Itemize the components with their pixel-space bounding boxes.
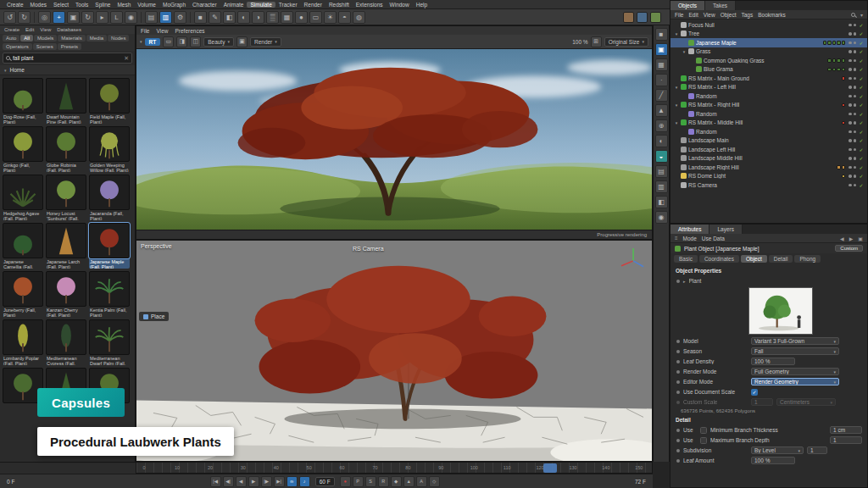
autokey-icon[interactable]: A [416,476,427,487]
editor-visibility-dot[interactable] [849,95,852,98]
asset-item[interactable]: Dog-Rose (Fall, Plant) [3,78,43,124]
editor-visibility-dot[interactable] [849,24,852,27]
tag-chip[interactable] [837,68,841,72]
enable-check-icon[interactable]: ✓ [858,164,865,170]
enable-check-icon[interactable]: ✓ [858,48,865,54]
play-sound-icon[interactable]: ♪ [299,476,310,487]
anim-dot[interactable] [676,380,680,384]
lock-icon[interactable]: ▣ [236,36,248,47]
go-to-previous-key-icon[interactable]: ◀| [223,476,234,487]
leaf-density-field[interactable]: 100 % [751,358,795,365]
anim-dot[interactable] [676,459,680,463]
filter-icon[interactable]: ▾ [860,12,863,18]
render-visibility-dot[interactable] [854,42,857,45]
enable-check-icon[interactable]: ✓ [858,129,865,135]
enable-check-icon[interactable]: ✓ [858,58,865,64]
render-visibility-dot[interactable] [854,121,857,125]
tag-chip[interactable] [842,121,846,125]
editor-visibility-dot[interactable] [849,59,852,63]
menu-tools[interactable]: Tools [72,2,92,8]
render-menu-view[interactable]: View [156,28,168,34]
attr-tab-object[interactable]: Object [741,255,767,263]
asset-tab-auto[interactable]: Auto [3,35,19,42]
attr-tab-coordinates[interactable]: Coordinates [699,255,739,263]
menu-modes[interactable]: Modes [27,2,51,8]
asset-item[interactable]: Japanese Larch (Fall, Plant) [46,223,86,269]
viewport-filter-icon[interactable]: ◐ [655,135,668,147]
object-row[interactable]: ▾ Grass ✓ [670,47,867,57]
use-document-scale-checkbox[interactable]: ✓ [751,389,758,396]
asset-item[interactable]: Japanese Camellia (Fall, Plant) [3,223,43,269]
render-visibility-dot[interactable] [854,77,857,80]
menu-simulate[interactable]: Simulate [247,2,275,8]
enable-check-icon[interactable]: ✓ [858,111,865,117]
asset-menu-edit[interactable]: Edit [25,27,34,32]
render-mode-dropdown[interactable]: Full Geometry▾ [751,368,839,375]
object-row[interactable]: RS Matrix - Main Ground ✓ [670,74,867,83]
render-visibility-dot[interactable] [854,95,857,98]
dynamics-icon[interactable]: ● [295,11,308,24]
undo-icon[interactable]: ↺ [3,11,16,24]
simulation-icon[interactable]: ▦ [281,11,293,24]
attr-tab-basic[interactable]: Basic [674,255,698,263]
asset-item[interactable]: Mediterranean Dwarf Palm (Fall, Plant) [89,319,130,365]
menu-help[interactable]: Help [413,2,431,8]
render-visibility-dot[interactable] [854,157,857,160]
editor-visibility-dot[interactable] [849,139,852,142]
timeline-ruler[interactable]: 0102030405060708090100110120130140150 [136,462,653,474]
light-icon[interactable]: ☀ [324,11,337,24]
object-row[interactable]: Japanese Maple ✓ [670,38,867,47]
menu-tracker[interactable]: Tracker [275,2,301,8]
size-dropdown[interactable]: Original Size▾ [604,37,648,47]
rotate-tool-icon[interactable]: ↻ [81,11,94,24]
layout-startup-icon[interactable] [623,12,634,23]
camera-label[interactable]: RS Camera [353,246,384,252]
expander-icon[interactable]: ▾ [674,85,679,90]
min-branch-field[interactable]: 1 cm [830,426,862,434]
asset-item[interactable]: Kanzan Cherry (Fall, Plant) [46,271,86,317]
tag-chip[interactable] [842,41,846,45]
object-row[interactable]: Landscape Middle Hill ✓ [670,154,867,164]
play-forwards-icon[interactable]: ▶ [248,476,259,487]
object-row[interactable]: ▾ RS Matrix - Middle Hill ✓ [670,119,867,128]
expander-icon[interactable]: ▾ [674,103,679,108]
subdivision-dropdown[interactable]: By Level▾ [751,446,804,454]
asset-item[interactable]: Hedgehog Agave (Fall, Plant) [3,175,43,220]
editor-visibility-dot[interactable] [849,184,852,187]
objects-menu-tags[interactable]: Tags [741,12,753,18]
subdivision-surface-icon[interactable]: ◧ [223,11,236,24]
editor-visibility-dot[interactable] [849,50,852,53]
editor-visibility-dot[interactable] [849,157,852,160]
enable-check-icon[interactable]: ✓ [858,155,865,161]
editor-visibility-dot[interactable] [849,166,852,169]
record-parameter-icon[interactable]: ◆ [391,476,402,487]
dropdown-arrow-icon[interactable]: ▾ [140,39,142,44]
editor-visibility-dot[interactable] [849,130,852,134]
history-back-icon[interactable]: ◀ [840,236,844,241]
menu-mesh[interactable]: Mesh [114,2,134,8]
tag-chip[interactable] [837,41,841,45]
anim-dot[interactable] [676,360,680,363]
object-row[interactable]: RS Dome Light ✓ [670,172,867,181]
anim-dot[interactable] [676,391,680,394]
loop-mode-icon[interactable]: ∞ [287,476,298,487]
object-row[interactable]: Random ✓ [670,109,867,119]
mograph-icon[interactable]: ◐ [237,11,250,24]
objects-menu-bookmarks[interactable]: Bookmarks [758,12,786,18]
live-selection-icon[interactable]: ◎ [38,11,51,24]
anim-dot[interactable] [676,370,680,374]
object-row[interactable]: Random ✓ [670,127,867,136]
menu-spline[interactable]: Spline [92,2,114,8]
layout-animate-icon[interactable] [637,12,648,23]
object-row[interactable]: Blue Grama ✓ [670,65,867,75]
attr-tab-phong[interactable]: Phong [794,255,821,263]
scale-tool-icon[interactable]: ▣ [67,11,80,24]
layout-render-icon[interactable] [650,12,661,23]
asset-search[interactable]: ✕ [3,53,132,64]
render-visibility-dot[interactable] [854,113,857,116]
enable-check-icon[interactable]: ✓ [858,147,865,152]
enable-check-icon[interactable]: ✓ [858,84,865,90]
record-rotation-icon[interactable]: R [378,476,389,487]
editor-visibility-dot[interactable] [849,77,852,80]
menu-mograph[interactable]: MoGraph [159,2,189,8]
